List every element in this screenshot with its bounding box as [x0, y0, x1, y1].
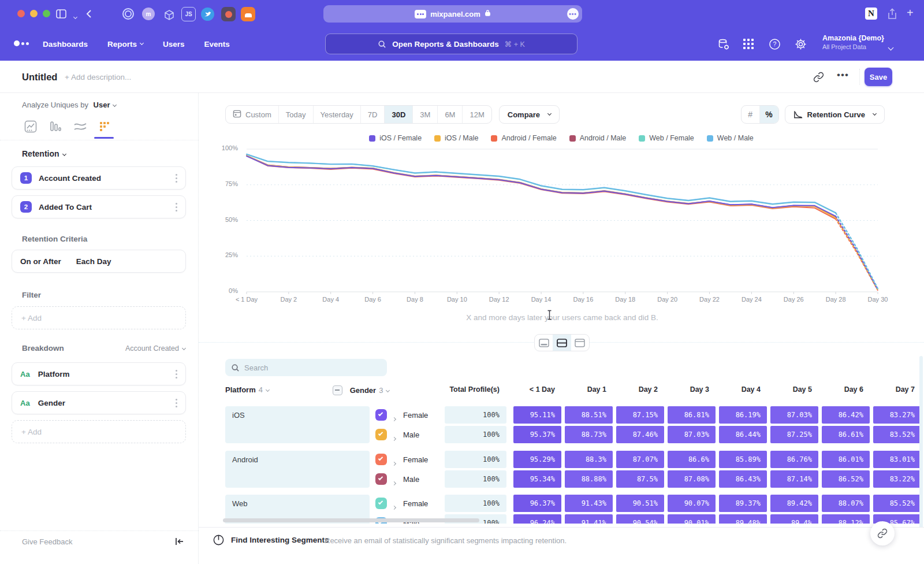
- table-only-toggle[interactable]: [571, 335, 589, 351]
- gender-checkbox-android-female[interactable]: [375, 454, 387, 465]
- tab-retention-active[interactable]: [98, 120, 112, 134]
- percent-values-toggle[interactable]: %: [760, 106, 778, 123]
- legend-item-web-male[interactable]: Web / Male: [707, 134, 754, 142]
- traffic-light-close[interactable]: [17, 10, 25, 17]
- chart-type-selector[interactable]: Retention Curve: [785, 105, 885, 124]
- site-settings-icon[interactable]: •••: [567, 8, 579, 20]
- back-icon[interactable]: [84, 8, 95, 22]
- total-profiles-header[interactable]: Total Profile(s): [445, 385, 506, 394]
- retention-section-header[interactable]: Retention: [22, 149, 66, 158]
- row-expand-icon[interactable]: [393, 413, 396, 423]
- circle-extension-icon[interactable]: [122, 8, 134, 20]
- collapse-sidebar-icon[interactable]: [174, 537, 184, 548]
- help-icon[interactable]: ?: [769, 38, 781, 53]
- global-search[interactable]: Open Reports & Dashboards ⌘ + K: [325, 34, 578, 54]
- legend-item-web-female[interactable]: Web / Female: [639, 134, 694, 142]
- retention-step-2[interactable]: 2 Added To Cart: [12, 195, 186, 218]
- gender-checkbox-android-male[interactable]: [375, 473, 387, 485]
- cube-extension-icon[interactable]: [162, 8, 176, 22]
- tab-insights[interactable]: [24, 120, 38, 134]
- day-column-header[interactable]: Day 2: [616, 385, 664, 394]
- day-column-header[interactable]: Day 6: [822, 385, 870, 394]
- date-range-30d[interactable]: 30D: [385, 106, 413, 123]
- legend-item-ios-female[interactable]: iOS / Female: [369, 134, 422, 142]
- address-bar[interactable]: mixpanel.com •••: [323, 5, 582, 23]
- save-button[interactable]: Save: [865, 68, 892, 86]
- nav-item-users[interactable]: Users: [163, 40, 185, 49]
- compare-button[interactable]: Compare: [499, 105, 560, 124]
- horizontal-scrollbar[interactable]: [223, 518, 479, 522]
- platform-group-cell-android[interactable]: Android: [225, 451, 370, 488]
- kebab-menu-icon[interactable]: [176, 177, 177, 179]
- nav-item-events[interactable]: Events: [204, 40, 230, 49]
- traffic-light-minimize[interactable]: [30, 10, 38, 17]
- legend-item-ios-male[interactable]: iOS / Male: [434, 134, 478, 142]
- date-range-7d[interactable]: 7D: [361, 106, 385, 123]
- share-icon[interactable]: [887, 8, 897, 22]
- bird-extension-icon[interactable]: [201, 8, 214, 21]
- platform-group-cell-ios[interactable]: iOS: [225, 406, 370, 443]
- legend-item-android-male[interactable]: Android / Male: [569, 134, 627, 142]
- date-range-12m[interactable]: 12M: [463, 106, 491, 123]
- project-chevron-icon[interactable]: [885, 43, 893, 53]
- filter-add-button[interactable]: + Add: [12, 306, 186, 329]
- avatar-extension-icon[interactable]: m: [142, 8, 155, 20]
- criteria-card[interactable]: On or After Each Day: [12, 250, 186, 273]
- notion-tab-icon[interactable]: N: [865, 8, 877, 20]
- gender-checkbox-ios-male[interactable]: [375, 429, 387, 440]
- tab-funnels[interactable]: [49, 120, 62, 134]
- row-expand-icon[interactable]: [393, 501, 396, 511]
- table-search[interactable]: [225, 359, 387, 376]
- give-feedback-link[interactable]: Give Feedback: [22, 537, 72, 546]
- date-range-yesterday[interactable]: Yesterday: [314, 106, 361, 123]
- day-column-header[interactable]: < 1 Day: [513, 385, 561, 394]
- platform-column-header[interactable]: Platform4: [225, 385, 269, 394]
- gender-column-header[interactable]: Gender3: [333, 385, 389, 395]
- tab-flows[interactable]: [73, 120, 87, 134]
- analyze-value[interactable]: User: [94, 101, 110, 109]
- criteria-condition[interactable]: On or After: [20, 257, 61, 266]
- day-column-header[interactable]: Day 1: [565, 385, 613, 394]
- nav-item-reports[interactable]: Reports: [107, 40, 143, 49]
- indeterminate-checkbox[interactable]: [333, 385, 342, 395]
- traffic-light-zoom[interactable]: [43, 10, 50, 17]
- row-expand-icon[interactable]: [393, 477, 396, 487]
- date-range-today[interactable]: Today: [279, 106, 314, 123]
- breakdown-add-button[interactable]: + Add: [12, 420, 186, 443]
- row-expand-icon[interactable]: [393, 432, 396, 443]
- report-title[interactable]: Untitled: [22, 72, 57, 83]
- new-tab-icon[interactable]: +: [907, 6, 914, 20]
- breakdown-item-gender[interactable]: Aa Gender: [12, 391, 186, 414]
- split-view-toggle[interactable]: [553, 335, 571, 351]
- more-options-icon[interactable]: •••: [837, 69, 849, 81]
- date-range-6m[interactable]: 6M: [438, 106, 463, 123]
- data-management-icon[interactable]: [717, 38, 730, 53]
- apps-grid-icon[interactable]: [743, 38, 754, 52]
- date-range-3m[interactable]: 3M: [413, 106, 438, 123]
- day-column-header[interactable]: Day 3: [668, 385, 716, 394]
- copy-link-icon[interactable]: [813, 72, 824, 85]
- breakdown-scope-selector[interactable]: Account Created: [125, 344, 185, 352]
- breakdown-item-platform[interactable]: Aa Platform: [12, 362, 186, 385]
- red-extension-icon[interactable]: [221, 7, 236, 21]
- analyze-uniques-row[interactable]: Analyze Uniques by User: [22, 101, 116, 109]
- criteria-interval[interactable]: Each Day: [76, 257, 111, 266]
- nav-item-dashboards[interactable]: Dashboards: [43, 40, 88, 49]
- date-range-custom[interactable]: Custom: [226, 106, 279, 123]
- kebab-menu-icon[interactable]: [176, 206, 177, 208]
- js-extension-icon[interactable]: JS: [181, 7, 196, 21]
- settings-gear-icon[interactable]: [795, 38, 807, 53]
- legend-item-android-female[interactable]: Android / Female: [491, 134, 556, 142]
- add-description[interactable]: + Add description...: [65, 73, 131, 81]
- day-column-header[interactable]: Day 5: [770, 385, 818, 394]
- chevron-down-icon[interactable]: [70, 12, 77, 22]
- kebab-menu-icon[interactable]: [176, 373, 177, 375]
- gender-checkbox-web-female[interactable]: [375, 498, 387, 509]
- row-expand-icon[interactable]: [393, 457, 396, 467]
- orange-extension-icon[interactable]: [241, 7, 255, 21]
- share-link-button[interactable]: [870, 521, 895, 546]
- chart-only-toggle[interactable]: [535, 335, 553, 351]
- mixpanel-logo[interactable]: [14, 40, 29, 46]
- gender-checkbox-ios-female[interactable]: [375, 409, 387, 421]
- find-segments-title[interactable]: Find Interesting Segments: [231, 536, 329, 544]
